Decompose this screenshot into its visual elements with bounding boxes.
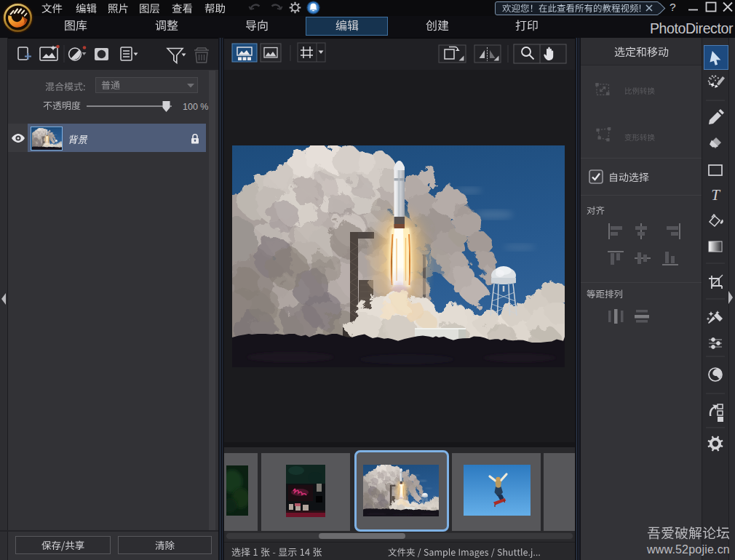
svg-text:?: ? xyxy=(670,1,676,13)
svg-text:T: T xyxy=(711,186,720,204)
